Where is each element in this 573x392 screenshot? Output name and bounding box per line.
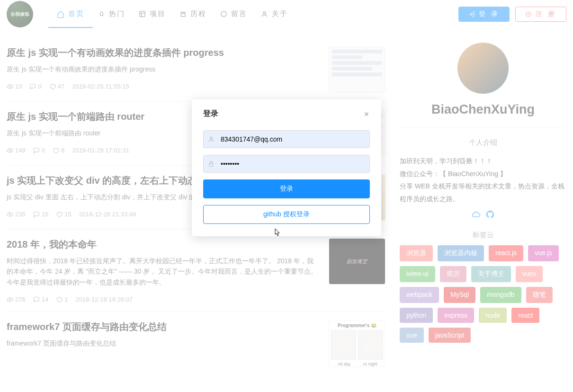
svg-point-8 bbox=[210, 137, 213, 139]
modal-github-button[interactable]: github 授权登录 bbox=[203, 205, 370, 224]
close-icon[interactable] bbox=[363, 111, 370, 117]
modal-title: 登录 bbox=[203, 109, 218, 119]
modal-overlay[interactable]: 登录 登录 github 授权登录 bbox=[0, 0, 573, 392]
lock-icon bbox=[208, 160, 215, 167]
modal-login-button[interactable]: 登录 bbox=[203, 179, 370, 198]
login-modal: 登录 登录 github 授权登录 bbox=[192, 99, 381, 236]
password-input[interactable] bbox=[203, 155, 370, 173]
password-field-wrap bbox=[203, 155, 370, 173]
user-icon bbox=[208, 136, 215, 143]
email-input[interactable] bbox=[203, 130, 370, 148]
email-field-wrap bbox=[203, 130, 370, 148]
svg-rect-9 bbox=[209, 163, 213, 166]
